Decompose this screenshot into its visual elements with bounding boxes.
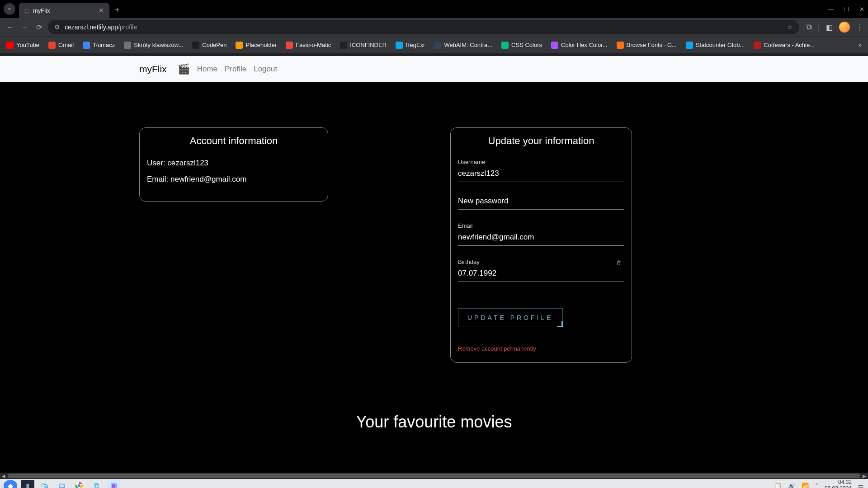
clock[interactable]: 04:32 08.03.2024 [825,479,852,488]
bookmark-favicon [83,42,90,49]
tab-search-button[interactable] [4,3,15,15]
email-label: Email: [147,175,168,183]
system-tray: 📋 🔊 📶 ˄ 04:32 08.03.2024 ▭ [774,479,863,488]
bookmark-item[interactable]: Codewars - Achie... [754,42,815,49]
bookmark-label: Skróty klawiszow... [134,42,183,48]
bookmark-item[interactable]: RegExr [396,42,425,49]
bookmark-label: Placeholder [245,42,277,48]
volume-icon[interactable]: 🔊 [788,483,795,488]
profile-avatar-icon[interactable] [839,22,850,33]
bookmark-favicon [551,42,558,49]
bookmark-label: ICONFINDER [350,42,387,48]
bookmark-item[interactable]: CSS Colors [501,42,542,49]
bookmark-favicon [6,42,14,49]
nav-profile[interactable]: Profile [225,65,246,74]
forward-button[interactable]: → [19,23,30,31]
birthday-input[interactable] [458,267,624,282]
nav-home[interactable]: Home [197,65,217,74]
browser-toolbar: ← → ⟳ ⚙ cezarszl.netlify.app/profile ☆ ⧉… [0,18,868,36]
calendar-icon[interactable]: 🗓 [616,259,623,267]
remove-account-link[interactable]: Remove account permanently [458,345,536,352]
bookmark-item[interactable]: Browse Fonts · G... [617,42,677,49]
bookmark-favicon [124,42,131,49]
bookmark-item[interactable]: Placeholder [236,42,277,49]
account-user-line: User: cezarszl123 [147,159,321,168]
url-path: /profile [118,23,137,31]
bookmark-favicon [286,42,293,49]
scrollbar-thumb[interactable] [8,474,860,478]
bookmark-item[interactable]: ICONFINDER [340,42,387,49]
clock-time: 04:32 [825,479,852,486]
bookmark-label: WebAIM: Contra... [444,42,492,48]
birthday-label: Birthday [458,258,624,265]
email-form-label: Email [458,222,624,229]
os-taskbar: ◆ ▮ 🛍 🗂 ⧉ ▣ 📋 🔊 📶 ˄ 04:32 08.03.2024 ▭ [0,479,868,488]
back-button[interactable]: ← [5,23,15,31]
tray-chevron-icon[interactable]: ˄ [815,483,818,488]
nav-logout[interactable]: Logout [254,65,277,74]
bookmarks-overflow-icon[interactable]: » [859,42,862,48]
scroll-left-icon[interactable]: ◀ [0,473,7,479]
account-info-card: Account information User: cezarszl123 Em… [139,127,328,202]
bookmark-item[interactable]: Tłumacz [83,42,115,49]
clipboard-icon[interactable]: 📋 [774,483,782,488]
taskbar-app-store[interactable]: 🛍 [38,480,52,488]
bookmark-favicon [617,42,624,49]
bookmark-label: RegExr [406,42,425,48]
wifi-icon[interactable]: 📶 [802,483,809,488]
bookmark-favicon [48,42,56,49]
update-profile-button[interactable]: UPDATE PROFILE [458,308,563,327]
svg-point-1 [78,484,81,488]
minimize-icon[interactable]: — [828,6,834,13]
reload-button[interactable]: ⟳ [33,23,44,32]
bookmark-item[interactable]: Gmail [48,42,74,49]
window-controls: — ❐ ✕ [828,6,864,13]
brand[interactable]: myFlix [139,64,167,75]
bookmark-label: Color Hex Color... [561,42,608,48]
horizontal-scrollbar[interactable]: ◀ ▶ [0,473,868,479]
bookmark-label: Gmail [58,42,74,48]
bookmark-label: Favic-o-Matic [296,42,331,48]
notifications-icon[interactable]: ▭ [858,483,863,488]
bookmark-item[interactable]: WebAIM: Contra... [434,42,492,49]
bookmark-item[interactable]: Skróty klawiszow... [124,42,183,49]
taskbar-app-files[interactable]: 🗂 [55,480,69,488]
email-input[interactable] [458,231,624,246]
address-bar[interactable]: ⚙ cezarszl.netlify.app/profile ☆ [48,20,799,34]
bookmark-item[interactable]: CodePen [192,42,226,49]
bookmark-item[interactable]: YouTube [6,42,39,49]
close-window-icon[interactable]: ✕ [859,6,864,13]
side-panel-icon[interactable]: ◧ [826,23,833,32]
bookmark-item[interactable]: Color Hex Color... [551,42,608,49]
taskbar-app-screenshot[interactable]: ▣ [107,480,120,488]
bookmark-label: Browse Fonts · G... [627,42,677,48]
close-tab-icon[interactable]: ✕ [99,7,104,14]
username-input[interactable] [458,167,624,182]
bookmark-favicon [501,42,509,49]
new-tab-button[interactable]: + [115,5,120,15]
favourites-heading: Your favourite movies [0,413,868,432]
user-label: User: [147,159,165,167]
page-content: myFlix 🎬 Home Profile Logout Account inf… [0,56,868,473]
extensions-icon[interactable]: ⧉ [807,23,811,31]
taskbar-app-chrome[interactable] [72,480,86,488]
clapperboard-icon: 🎬 [178,63,190,75]
url-host: cezarszl.netlify.app [65,23,118,31]
bookmark-item[interactable]: Statcounter Glob... [686,42,745,49]
password-input[interactable] [458,195,624,210]
taskbar-app-vscode[interactable]: ⧉ [90,480,103,488]
browser-tab[interactable]: ◌ myFlix ✕ [19,3,109,18]
taskbar-app-activities[interactable]: ◆ [4,480,17,488]
maximize-icon[interactable]: ❐ [844,6,849,13]
bookmark-favicon [754,42,761,49]
bookmark-star-icon[interactable]: ☆ [787,23,793,31]
user-value: cezarszl123 [167,159,208,167]
taskbar-app-terminal[interactable]: ▮ [21,480,34,488]
bookmark-favicon [340,42,347,49]
bookmark-item[interactable]: Favic-o-Matic [286,42,331,49]
bookmark-label: Statcounter Glob... [696,42,745,48]
menu-icon[interactable]: ⋮ [856,23,863,32]
extension-area: ⧉ | ◧ ⋮ [807,22,863,33]
site-info-icon[interactable]: ⚙ [54,23,60,31]
scroll-right-icon[interactable]: ▶ [861,473,868,479]
